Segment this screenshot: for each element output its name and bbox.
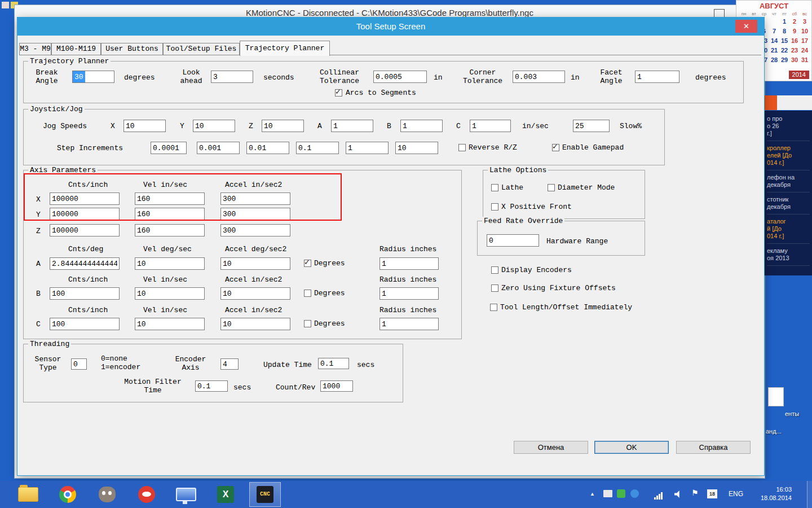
dialog-titlebar[interactable]: Tool Setup Screen ✕ — [17, 17, 764, 36]
lathe-checkbox[interactable] — [491, 184, 498, 191]
desktop-icon-label[interactable]: енты — [785, 410, 799, 417]
jog-speed-z-input[interactable] — [262, 120, 304, 132]
axis-a-vel-input[interactable] — [135, 257, 205, 270]
jog-speed-y-input[interactable] — [193, 120, 235, 132]
taskbar-clock[interactable]: 16:03 18.08.2014 — [745, 485, 792, 502]
window-maximize-button[interactable] — [714, 9, 725, 17]
axis-y-vel-input[interactable] — [135, 208, 205, 220]
feed-item[interactable]: лефон на декабря — [767, 174, 810, 192]
tab-user-buttons[interactable]: User Buttons — [101, 43, 163, 55]
axis-z-cnts-input[interactable] — [50, 224, 120, 237]
axis-a-cnts-input[interactable] — [50, 257, 120, 270]
cancel-button[interactable]: Отмена — [514, 441, 588, 454]
axis-z-vel-input[interactable] — [135, 224, 205, 237]
taskbar-gimp-button[interactable] — [91, 482, 123, 507]
taskbar-chrome-button[interactable] — [52, 482, 83, 507]
axis-b-accel-input[interactable] — [220, 287, 290, 300]
reverse-rz-checkbox[interactable] — [458, 144, 466, 151]
axis-z-accel-input[interactable] — [220, 224, 290, 237]
look-ahead-input[interactable] — [211, 71, 253, 83]
arcs-to-segments-checkbox[interactable] — [335, 89, 342, 97]
dialog-close-button[interactable]: ✕ — [735, 20, 757, 33]
excel-icon: X — [217, 486, 234, 503]
axis-b-vel-input[interactable] — [135, 287, 205, 300]
tray-app-icon[interactable] — [630, 489, 639, 498]
feed-item[interactable]: аталог й [До 014 г.] — [767, 218, 810, 244]
axis-a-radius-input[interactable] — [379, 257, 439, 270]
jog-speed-c-input[interactable] — [470, 120, 511, 132]
tray-antivirus-icon[interactable] — [617, 489, 625, 498]
step-increment-4-input[interactable] — [346, 142, 389, 154]
axis-b-cnts-input[interactable] — [50, 287, 120, 300]
feed-item[interactable]: екламу оя 2013 — [767, 247, 810, 266]
axis-c-radius-input[interactable] — [379, 318, 439, 330]
taskbar-kmotioncnc-button[interactable]: CNC — [249, 482, 281, 507]
c-degrees-checkbox[interactable] — [304, 320, 311, 327]
lathe-options-legend: Lathe Options — [488, 166, 548, 174]
document-icon[interactable] — [768, 387, 784, 406]
sensor-type-input[interactable] — [71, 358, 87, 370]
update-time-input[interactable] — [318, 358, 349, 369]
language-indicator[interactable]: ENG — [729, 490, 743, 498]
axis-a-accel-input[interactable] — [220, 257, 290, 270]
step-increment-2-input[interactable] — [246, 142, 289, 154]
step-increment-3-input[interactable] — [296, 142, 339, 154]
corner-tolerance-input[interactable] — [513, 71, 565, 83]
network-signal-icon[interactable] — [654, 489, 663, 500]
tray-printer-icon[interactable] — [603, 490, 612, 497]
x-positive-front-label: X Positive Front — [501, 203, 572, 211]
jog-speed-a-input[interactable] — [331, 120, 373, 132]
tool-length-offset-checkbox[interactable] — [490, 304, 497, 311]
zero-fixture-offsets-label: Zero Using Fixture Offsets — [501, 284, 616, 292]
encoder-axis-input[interactable] — [220, 358, 239, 370]
axis-c-vel-input[interactable] — [135, 318, 205, 330]
taskbar-explorer-button[interactable] — [12, 482, 44, 507]
jog-speed-x-input[interactable] — [123, 120, 166, 132]
motion-filter-time-input[interactable] — [195, 380, 228, 392]
axis-x-accel-input[interactable] — [220, 192, 290, 205]
taskbar-irfanview-button[interactable] — [131, 482, 162, 507]
b-degrees-checkbox[interactable] — [304, 290, 311, 297]
axis-x-cnts-input[interactable] — [50, 192, 120, 205]
tab-tool-setup-files[interactable]: Tool/Setup Files — [163, 43, 240, 55]
desktop-icon-label[interactable]: анд... — [766, 428, 782, 435]
tab-m100-m119[interactable]: M100-M119 — [51, 43, 101, 55]
step-increment-5-input[interactable] — [395, 142, 438, 154]
display-encoders-checkbox[interactable] — [491, 266, 498, 274]
tab-m3-m9[interactable]: M3 - M9 — [19, 43, 51, 55]
ok-button[interactable]: OK — [594, 441, 669, 454]
slow-percent-input[interactable] — [573, 120, 610, 132]
tray-calendar-icon[interactable]: 18 — [707, 489, 717, 498]
feed-item[interactable]: о про о 26 г.] — [767, 115, 810, 141]
feed-item[interactable]: стотник декабря — [767, 196, 810, 214]
count-rev-input[interactable] — [320, 380, 353, 392]
taskbar-excel-button[interactable]: X — [210, 482, 241, 507]
a-degrees-checkbox[interactable] — [304, 260, 311, 267]
desktop-shortcut-icon[interactable] — [2, 2, 9, 8]
taskbar-media-button[interactable] — [170, 482, 202, 507]
collinear-tolerance-input[interactable] — [373, 71, 427, 83]
tray-hidden-icons-chevron[interactable]: ▲ — [590, 491, 595, 497]
axis-y-cnts-input[interactable] — [50, 208, 120, 220]
jog-speed-b-input[interactable] — [400, 120, 443, 132]
axis-c-cnts-input[interactable] — [50, 318, 120, 330]
feed-rate-override-input[interactable] — [487, 234, 539, 247]
facet-angle-input[interactable] — [635, 71, 679, 83]
step-increment-1-input[interactable] — [197, 142, 240, 154]
action-center-flag-icon[interactable]: ⚑ — [691, 488, 699, 497]
show-desktop-button[interactable] — [807, 481, 812, 508]
zero-fixture-offsets-checkbox[interactable] — [491, 284, 498, 292]
help-button[interactable]: Справка — [676, 441, 751, 454]
axis-b-radius-input[interactable] — [379, 287, 439, 300]
diameter-mode-checkbox[interactable] — [548, 184, 555, 191]
axis-x-vel-input[interactable] — [135, 192, 205, 205]
x-positive-front-checkbox[interactable] — [491, 203, 498, 211]
step-increment-0-input[interactable] — [151, 142, 187, 154]
break-angle-input[interactable] — [72, 71, 114, 83]
axis-y-accel-input[interactable] — [220, 208, 290, 220]
volume-icon[interactable] — [674, 491, 682, 498]
tab-trajectory-planner[interactable]: Trajectory Planner — [240, 41, 330, 56]
enable-gamepad-checkbox[interactable] — [552, 144, 559, 151]
axis-c-accel-input[interactable] — [220, 318, 290, 330]
feed-item[interactable]: кроллер елей [До 014 г.] — [767, 144, 810, 170]
